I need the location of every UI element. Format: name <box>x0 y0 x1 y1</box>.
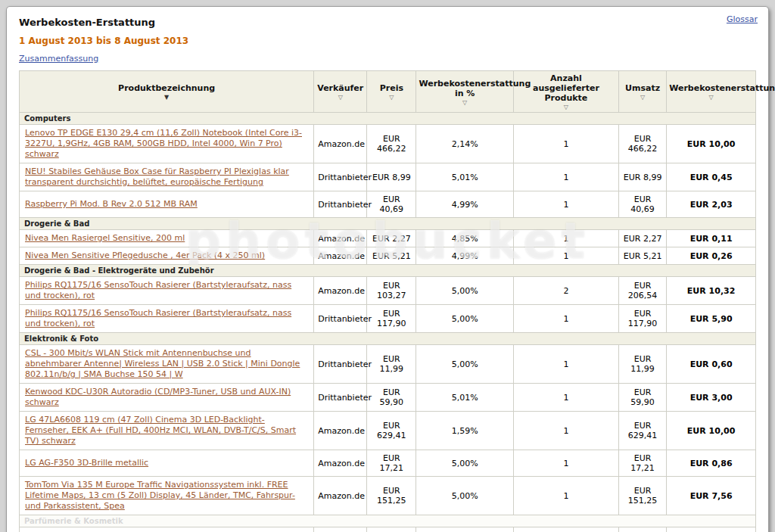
fee-percent-cell: 5,00% <box>416 305 513 333</box>
summary-link[interactable]: Zusammenfassung <box>19 54 98 64</box>
fee-cell: EUR 0,19 <box>667 527 756 532</box>
product-link[interactable]: Philips RQ1175/16 SensoTouch Rasierer (B… <box>25 308 291 328</box>
product-cell: CSL - 300 Mbit/s WLAN Stick mit Antennen… <box>20 345 314 384</box>
column-header-label: Anzahl ausgelieferter Produkte <box>533 73 599 103</box>
seller-cell: Drittanbieter <box>314 163 367 191</box>
price-cell: EUR 59,90 <box>367 384 416 412</box>
quantity-cell: 1 <box>513 247 618 265</box>
quantity-cell: 1 <box>513 345 618 384</box>
column-header-label: Preis <box>380 83 403 93</box>
sort-icon[interactable]: ▽ <box>369 94 413 101</box>
fee-percent-cell: 5,01% <box>416 384 513 412</box>
quantity-cell: 1 <box>513 125 618 163</box>
sort-icon[interactable]: ▼ <box>22 94 311 101</box>
product-cell: LG 47LA6608 119 cm (47 Zoll) Cinema 3D L… <box>20 412 314 450</box>
seller-cell: Drittanbieter <box>314 384 367 412</box>
product-link[interactable]: Lenovo TP EDGE E130 29,4 cm (11,6 Zoll) … <box>25 128 302 159</box>
revenue-cell: EUR 59,90 <box>619 384 667 412</box>
fee-cell: EUR 10,00 <box>667 125 756 163</box>
revenue-cell: EUR 2,27 <box>619 230 667 247</box>
column-header-3[interactable]: Preis▽ <box>367 71 416 113</box>
sort-icon[interactable]: ▽ <box>516 104 616 110</box>
seller-cell: Amazon.de <box>314 125 367 163</box>
category-row: Elektronik & Foto <box>20 333 756 345</box>
fee-cell: EUR 10,00 <box>667 412 756 450</box>
report-card: Glossar Werbekosten-Erstattung 1 August … <box>6 6 769 532</box>
fee-percent-cell: 5,00% <box>416 345 513 384</box>
price-cell: EUR 17,21 <box>367 450 416 477</box>
revenue-cell: EUR 8,99 <box>619 163 667 191</box>
product-link[interactable]: Philips RQ1175/16 SensoTouch Rasierer (B… <box>25 280 291 300</box>
fee-cell: EUR 0,11 <box>667 230 756 247</box>
category-row: Drogerie & Bad - Elektrogeräte und Zubeh… <box>20 265 756 277</box>
quantity-cell: 1 <box>513 230 618 247</box>
quantity-cell: 1 <box>513 527 618 532</box>
quantity-cell: 1 <box>513 191 618 218</box>
fee-percent-cell: 1,59% <box>416 412 513 450</box>
product-row: TomTom Via 135 M Europe Traffic Navigati… <box>20 477 756 515</box>
product-cell: Philips RQ1175/16 SensoTouch Rasierer (B… <box>20 277 314 305</box>
sort-icon[interactable]: ▽ <box>316 94 364 101</box>
product-link[interactable]: LG 47LA6608 119 cm (47 Zoll) Cinema 3D L… <box>25 415 296 446</box>
quantity-cell: 1 <box>513 412 618 450</box>
product-link[interactable]: Raspberry Pi Mod. B Rev 2.0 512 MB RAM <box>25 199 198 209</box>
seller-cell: Drittanbieter <box>314 345 367 384</box>
quantity-cell: 1 <box>513 163 618 191</box>
revenue-cell: EUR 17,21 <box>619 450 667 477</box>
price-cell: EUR 5,21 <box>367 247 416 265</box>
seller-cell: Amazon.de <box>314 412 367 450</box>
product-cell: Kenwood KDC-U30R Autoradio (CD/MP3-Tuner… <box>20 384 314 412</box>
fee-percent-cell: 4,85% <box>416 230 513 247</box>
sort-icon[interactable]: ▽ <box>419 99 510 106</box>
column-header-6[interactable]: Umsatz▽ <box>619 71 667 113</box>
fee-percent-cell: 5,00% <box>416 450 513 477</box>
glossary-link[interactable]: Glossar <box>727 14 758 24</box>
product-link[interactable]: NEU! Stabiles Gehäuse Box Case für Raspb… <box>25 166 289 187</box>
fee-cell: EUR 5,90 <box>667 305 756 333</box>
category-label: Drogerie & Bad <box>20 218 756 230</box>
product-cell: NEU! Stabiles Gehäuse Box Case für Raspb… <box>20 163 314 191</box>
product-link[interactable]: Nivea Men Rasiergel Sensitive, 200 ml <box>25 233 185 243</box>
product-link[interactable]: Nivea Men Sensitive Pflegedusche , 4er P… <box>25 250 265 260</box>
product-row: Philips RQ1175/16 SensoTouch Rasierer (B… <box>20 305 756 333</box>
product-link[interactable]: CSL - 300 Mbit/s WLAN Stick mit Antennen… <box>25 348 300 379</box>
column-header-1[interactable]: Produktbezeichnung▼ <box>20 71 314 113</box>
seller-cell: Amazon.de <box>314 247 367 265</box>
column-header-4[interactable]: Werbekostenerstattung in %▽ <box>416 71 513 113</box>
price-cell: EUR 117,90 <box>367 305 416 333</box>
report-table: Produktbezeichnung▼Verkäufer▽Preis▽Werbe… <box>19 70 756 532</box>
column-header-7[interactable]: Werbekostenerstattungen▽ <box>667 71 756 113</box>
price-cell: EUR 11,99 <box>367 345 416 384</box>
product-cell: Nivea Men Rasiergel Sensitive, 200 ml <box>20 230 314 247</box>
column-header-5[interactable]: Anzahl ausgelieferter Produkte▽ <box>513 71 618 113</box>
product-cell: Lenovo TP EDGE E130 29,4 cm (11,6 Zoll) … <box>20 125 314 163</box>
price-cell: EUR 2,27 <box>367 230 416 247</box>
sort-icon[interactable]: ▽ <box>669 94 753 101</box>
column-header-2[interactable]: Verkäufer▽ <box>314 71 367 113</box>
sort-icon[interactable]: ▽ <box>621 94 664 101</box>
revenue-cell: EUR 151,25 <box>619 477 667 515</box>
product-cell: TomTom Via 135 M Europe Traffic Navigati… <box>20 477 314 515</box>
product-link[interactable]: Kenwood KDC-U30R Autoradio (CD/MP3-Tuner… <box>25 387 291 407</box>
seller-cell: Drittanbieter <box>314 305 367 333</box>
fee-cell: EUR 7,56 <box>667 477 756 515</box>
column-header-label: Produktbezeichnung <box>118 83 215 93</box>
seller-cell: Amazon.de <box>314 527 367 532</box>
category-label: Parfümerie & Kosmetik <box>20 515 756 527</box>
category-label: Drogerie & Bad - Elektrogeräte und Zubeh… <box>20 265 756 277</box>
price-cell: EUR 466,22 <box>367 125 416 163</box>
fee-cell: EUR 0,86 <box>667 450 756 477</box>
quantity-cell: 1 <box>513 305 618 333</box>
fee-percent-cell: 5,01% <box>416 163 513 191</box>
report-title: Werbekosten-Erstattung <box>19 17 756 28</box>
price-cell: EUR 3,82 <box>367 527 416 532</box>
quantity-cell: 1 <box>513 450 618 477</box>
category-row: Drogerie & Bad <box>20 218 756 230</box>
fee-percent-cell: 4,99% <box>416 191 513 218</box>
quantity-cell: 1 <box>513 384 618 412</box>
fee-cell: EUR 0,45 <box>667 163 756 191</box>
product-link[interactable]: LG AG-F350 3D-Brille metallic <box>25 458 148 468</box>
product-cell: Philips RQ1175/16 SensoTouch Rasierer (B… <box>20 305 314 333</box>
product-link[interactable]: TomTom Via 135 M Europe Traffic Navigati… <box>25 480 295 511</box>
column-header-label: Verkäufer <box>317 83 363 93</box>
